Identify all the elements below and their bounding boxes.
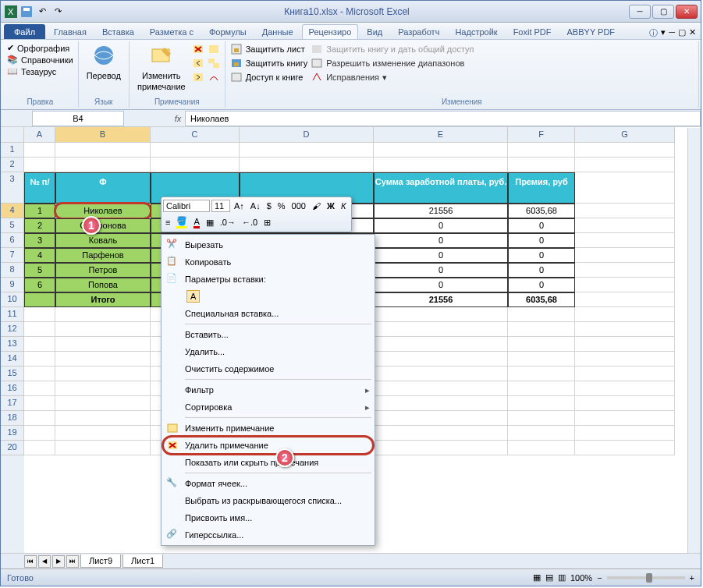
row-header[interactable]: 2: [1, 158, 24, 172]
menu-paste-special[interactable]: Специальная вставка...: [163, 305, 373, 322]
row-header[interactable]: 10: [1, 292, 24, 307]
header-name[interactable]: Ф: [55, 172, 151, 204]
zoom-level[interactable]: 100%: [570, 573, 592, 583]
col-header[interactable]: A: [24, 127, 55, 143]
share-book-button[interactable]: Доступ к книге: [230, 71, 308, 83]
thesaurus-button[interactable]: 📖Тезаурус: [7, 66, 73, 76]
fill-color-icon[interactable]: 🪣: [174, 215, 190, 229]
row-header[interactable]: 12: [1, 322, 24, 337]
row-header[interactable]: 8: [1, 263, 24, 278]
sheet-tab[interactable]: Лист9: [80, 554, 121, 568]
doc-close-icon[interactable]: ✕: [689, 27, 696, 39]
protect-book-button[interactable]: Защитить книгу: [230, 57, 308, 69]
font-selector[interactable]: Calibri: [163, 200, 210, 212]
menu-clear[interactable]: Очистить содержимое: [163, 360, 373, 377]
row-header[interactable]: 19: [1, 426, 24, 441]
tab-review[interactable]: Рецензиро: [302, 24, 359, 39]
shrink-font-icon[interactable]: A↓: [248, 200, 263, 211]
tab-file[interactable]: Файл: [4, 24, 45, 39]
tab-formulas[interactable]: Формулы: [202, 24, 254, 39]
percent-format-icon[interactable]: %: [275, 200, 288, 211]
align-icon[interactable]: ≡: [163, 217, 172, 228]
row-header[interactable]: 4: [1, 204, 24, 218]
row-header[interactable]: 18: [1, 411, 24, 426]
menu-filter[interactable]: Фильтр▸: [163, 381, 373, 398]
show-comment-icon[interactable]: [208, 43, 220, 55]
row-header[interactable]: 13: [1, 337, 24, 352]
show-all-icon[interactable]: [208, 57, 220, 69]
col-header[interactable]: E: [374, 127, 508, 143]
zoom-in-icon[interactable]: +: [690, 573, 694, 583]
tab-nav-first[interactable]: ⏮: [24, 555, 37, 568]
minimize-button[interactable]: ─: [629, 5, 651, 19]
view-break-icon[interactable]: ▥: [558, 572, 566, 583]
translate-button[interactable]: Перевод: [83, 43, 124, 96]
decimal-inc-icon[interactable]: .0→: [218, 217, 238, 228]
menu-copy[interactable]: 📋Копировать: [163, 253, 373, 271]
zoom-out-icon[interactable]: −: [597, 573, 602, 583]
menu-define-name[interactable]: Присвоить имя...: [163, 509, 373, 526]
tab-data[interactable]: Данные: [255, 24, 300, 39]
italic-icon[interactable]: К: [339, 200, 348, 211]
menu-cut[interactable]: ✂️Вырезать: [163, 236, 373, 253]
menu-sort[interactable]: Сортировка▸: [163, 398, 373, 416]
close-button[interactable]: ✕: [676, 5, 698, 19]
delete-comment-icon[interactable]: [192, 43, 204, 55]
row-header[interactable]: 17: [1, 396, 24, 411]
bold-icon[interactable]: Ж: [325, 200, 337, 211]
menu-delete[interactable]: Удалить...: [163, 343, 373, 360]
reference-button[interactable]: 📚Справочники: [7, 55, 73, 65]
col-header[interactable]: F: [508, 127, 575, 143]
redo-icon[interactable]: ↷: [51, 5, 65, 19]
protect-sheet-button[interactable]: Защитить лист: [230, 43, 308, 55]
tab-home[interactable]: Главная: [47, 24, 94, 39]
tab-developer[interactable]: Разработч: [391, 24, 446, 39]
menu-show-hide-comments[interactable]: Показать или скрыть примечания: [163, 454, 373, 471]
row-header[interactable]: 1: [1, 143, 24, 158]
decimal-dec-icon[interactable]: ←.0: [240, 217, 260, 228]
merge-icon[interactable]: ⊞: [261, 217, 273, 228]
row-header[interactable]: 16: [1, 381, 24, 396]
tab-insert[interactable]: Вставка: [95, 24, 141, 39]
vertical-scrollbar[interactable]: [687, 128, 701, 553]
track-changes-button[interactable]: Исправления ▾: [311, 71, 474, 83]
header-num[interactable]: № п/: [24, 172, 55, 204]
fx-icon[interactable]: fx: [171, 114, 185, 123]
menu-delete-comment[interactable]: Удалить примечание: [163, 437, 373, 454]
tab-foxit[interactable]: Foxit PDF: [506, 24, 559, 39]
menu-format-cells[interactable]: 🔧Формат ячеек...: [163, 475, 373, 492]
menu-edit-comment[interactable]: Изменить примечание: [163, 420, 373, 437]
row-header[interactable]: 14: [1, 352, 24, 367]
menu-insert[interactable]: Вставить...: [163, 326, 373, 343]
borders-icon[interactable]: ▦: [204, 217, 216, 228]
menu-paste-options[interactable]: 📄Параметры вставки:: [163, 271, 373, 288]
comma-format-icon[interactable]: 000: [289, 200, 308, 211]
edit-comment-button[interactable]: Изменить примечание: [134, 43, 189, 96]
maximize-button[interactable]: ▢: [652, 5, 674, 19]
col-header[interactable]: G: [575, 127, 675, 143]
tab-nav-last[interactable]: ⏭: [66, 555, 79, 568]
format-painter-icon[interactable]: 🖌: [310, 200, 323, 211]
tab-abbyy[interactable]: ABBYY PDF: [560, 24, 623, 39]
undo-icon[interactable]: ↶: [35, 5, 49, 19]
selected-cell[interactable]: Николаев: [55, 204, 151, 218]
row-header[interactable]: 9: [1, 278, 24, 292]
prev-comment-icon[interactable]: [192, 57, 204, 69]
row-header[interactable]: 15: [1, 367, 24, 381]
save-icon[interactable]: [20, 5, 34, 19]
excel-icon[interactable]: X: [4, 5, 18, 19]
doc-min-icon[interactable]: ─: [669, 27, 675, 39]
sheet-tab[interactable]: Лист1: [122, 554, 163, 568]
size-selector[interactable]: 11: [211, 200, 230, 212]
paste-option-a[interactable]: A: [163, 288, 373, 305]
menu-dropdown-list[interactable]: Выбрать из раскрывающегося списка...: [163, 492, 373, 509]
show-ink-icon[interactable]: [208, 71, 220, 83]
next-comment-icon[interactable]: [192, 71, 204, 83]
tab-nav-next[interactable]: ▶: [52, 555, 65, 568]
allow-ranges-button[interactable]: Разрешить изменение диапазонов: [311, 57, 474, 69]
tab-addins[interactable]: Надстройк: [448, 24, 504, 39]
col-header[interactable]: C: [151, 127, 240, 143]
col-header[interactable]: B: [55, 127, 151, 143]
font-color-icon[interactable]: A: [191, 216, 201, 229]
header-sum[interactable]: Сумма заработной платы, руб.: [374, 172, 508, 204]
